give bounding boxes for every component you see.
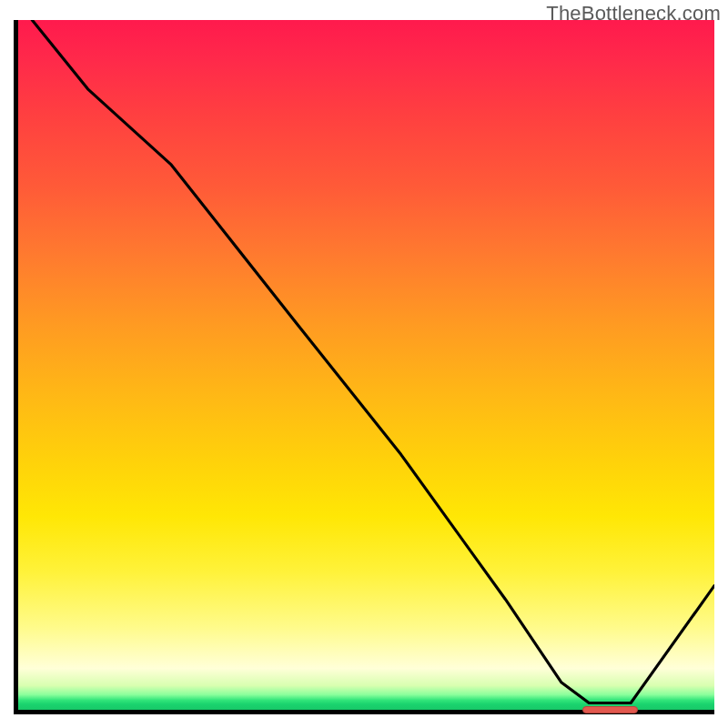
plot-area: [14, 20, 714, 714]
optimal-range-marker: [582, 706, 639, 713]
heat-gradient: [18, 20, 714, 710]
chart-frame: TheBottleneck.com: [0, 0, 728, 728]
